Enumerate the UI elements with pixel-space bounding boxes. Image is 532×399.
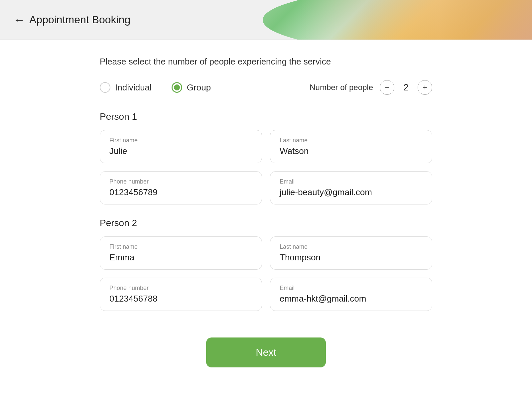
person-2-phone-value: 0123456788 bbox=[109, 294, 252, 304]
header-image-overlay bbox=[299, 0, 532, 40]
person-2-firstname-field[interactable]: First name Emma bbox=[100, 236, 262, 270]
group-radio[interactable] bbox=[172, 82, 182, 93]
person-1-lastname-field[interactable]: Last name Watson bbox=[270, 130, 432, 163]
person-2-lastname-field[interactable]: Last name Thompson bbox=[270, 236, 432, 270]
next-button[interactable]: Next bbox=[206, 337, 326, 367]
group-option[interactable]: Group bbox=[172, 82, 211, 93]
group-radio-inner bbox=[174, 84, 180, 90]
person-1-name-row: First name Julie Last name Watson bbox=[100, 130, 432, 163]
page-subtitle: Please select the number of people exper… bbox=[100, 57, 432, 67]
person-1-firstname-label: First name bbox=[109, 137, 252, 144]
individual-radio[interactable] bbox=[100, 82, 110, 93]
person-1-phone-field[interactable]: Phone number 0123456789 bbox=[100, 171, 262, 204]
person-1-title: Person 1 bbox=[100, 111, 432, 122]
person-1-email-field[interactable]: Email julie-beauty@gmail.com bbox=[270, 171, 432, 204]
person-2-firstname-label: First name bbox=[109, 243, 252, 250]
person-2-lastname-label: Last name bbox=[280, 243, 423, 250]
person-1-firstname-field[interactable]: First name Julie bbox=[100, 130, 262, 163]
person-2-section: Person 2 First name Emma Last name Thomp… bbox=[100, 218, 432, 311]
person-1-contact-row: Phone number 0123456789 Email julie-beau… bbox=[100, 171, 432, 204]
back-arrow-icon: ← bbox=[13, 13, 25, 27]
number-of-people-control: Number of people − 2 + bbox=[310, 80, 432, 95]
person-2-title: Person 2 bbox=[100, 218, 432, 228]
next-button-container: Next bbox=[100, 337, 432, 387]
individual-option[interactable]: Individual bbox=[100, 82, 152, 93]
header: ← Appointment Booking bbox=[0, 0, 532, 40]
service-type-group: Individual Group Number of people − 2 + bbox=[100, 80, 432, 95]
person-1-email-value: julie-beauty@gmail.com bbox=[280, 187, 423, 198]
person-1-lastname-value: Watson bbox=[280, 146, 423, 156]
number-of-people-label: Number of people bbox=[310, 83, 373, 92]
individual-label: Individual bbox=[115, 82, 152, 93]
page-title: Appointment Booking bbox=[29, 14, 130, 26]
person-2-phone-label: Phone number bbox=[109, 285, 252, 292]
person-2-lastname-value: Thompson bbox=[280, 252, 423, 263]
group-label: Group bbox=[187, 82, 211, 93]
person-1-lastname-label: Last name bbox=[280, 137, 423, 144]
person-2-contact-row: Phone number 0123456788 Email emma-hkt@g… bbox=[100, 278, 432, 311]
increase-count-button[interactable]: + bbox=[418, 80, 432, 95]
person-2-phone-field[interactable]: Phone number 0123456788 bbox=[100, 278, 262, 311]
main-content: Please select the number of people exper… bbox=[33, 40, 499, 399]
person-1-section: Person 1 First name Julie Last name Wats… bbox=[100, 111, 432, 204]
person-1-firstname-value: Julie bbox=[109, 146, 252, 156]
person-2-email-field[interactable]: Email emma-hkt@gmail.com bbox=[270, 278, 432, 311]
person-1-phone-value: 0123456789 bbox=[109, 187, 252, 198]
people-count: 2 bbox=[401, 82, 411, 93]
decrease-count-button[interactable]: − bbox=[380, 80, 394, 95]
back-button[interactable]: ← Appointment Booking bbox=[13, 13, 130, 27]
person-1-email-label: Email bbox=[280, 178, 423, 185]
person-2-email-value: emma-hkt@gmail.com bbox=[280, 294, 423, 304]
person-2-email-label: Email bbox=[280, 285, 423, 292]
person-2-name-row: First name Emma Last name Thompson bbox=[100, 236, 432, 270]
person-2-firstname-value: Emma bbox=[109, 252, 252, 263]
person-1-phone-label: Phone number bbox=[109, 178, 252, 185]
